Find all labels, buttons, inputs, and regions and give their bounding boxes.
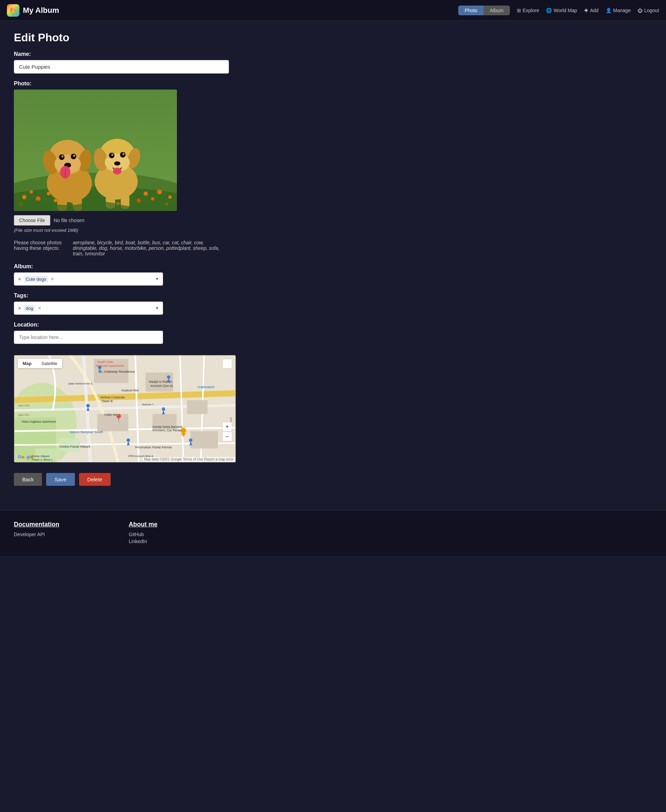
objects-list: aeroplane, bicycle, bird, boat, bottle, … — [73, 240, 229, 256]
nav-add[interactable]: ✚ Add — [584, 8, 599, 13]
nav-logout[interactable]: ⏻ Logout — [638, 8, 659, 13]
svg-text:Perumahan Pantai Permai: Perumahan Pantai Permai — [135, 446, 172, 449]
svg-point-41 — [122, 153, 125, 155]
name-input[interactable] — [14, 60, 229, 74]
puppies-image — [14, 89, 177, 211]
svg-point-81 — [98, 366, 102, 369]
svg-point-10 — [143, 191, 148, 196]
tags-group: Tags: ✕ dog ✕ ▼ — [14, 292, 229, 315]
svg-text:Federal Hwy: Federal Hwy — [121, 388, 139, 392]
svg-point-13 — [168, 195, 172, 199]
explore-icon: ⊞ — [517, 8, 521, 13]
manage-icon: 👤 — [606, 8, 612, 13]
objects-row: Please choose photos having these object… — [14, 240, 229, 256]
svg-text:Angkasapuri: Angkasapuri — [197, 385, 215, 389]
file-note: (File size must not exceed 1MB) — [14, 228, 229, 233]
delete-button[interactable]: Delete — [79, 473, 110, 486]
tab-group: Photo Album — [458, 5, 509, 15]
map-zoom-controls: + − — [223, 422, 232, 441]
select-clear-icon[interactable]: ✕ — [50, 276, 54, 282]
svg-text:Pantai Hillpark: Pantai Hillpark — [32, 455, 49, 458]
album-select-container: ✕ Cute dogs ✕ ▼ — [14, 272, 163, 286]
svg-point-83 — [167, 375, 170, 379]
svg-point-11 — [151, 197, 154, 201]
nav-links: ⊞ Explore 🌐 World Map ✚ Add 👤 Manage ⏻ L… — [517, 8, 659, 13]
objects-label: Please choose photos having these object… — [14, 240, 69, 256]
map-container: KL Gateway Residence Masjid Ar-Rahah, Ke… — [14, 355, 236, 462]
svg-point-43 — [113, 168, 121, 175]
svg-text:Kereta Sewa Bangsar -: Kereta Sewa Bangsar - — [152, 425, 184, 429]
nav-manage[interactable]: 👤 Manage — [606, 8, 631, 13]
tags-clear-icon[interactable]: ✕ — [38, 305, 41, 311]
svg-text:Jalan Kerinchi Kiri 2: Jalan Kerinchi Kiri 2 — [68, 382, 92, 385]
svg-point-40 — [111, 154, 114, 156]
location-label: Location: — [14, 322, 229, 328]
logout-icon: ⏻ — [638, 8, 643, 13]
map-tab-map[interactable]: Map — [18, 359, 36, 368]
map-inner: KL Gateway Residence Masjid Ar-Rahah, Ke… — [14, 355, 236, 462]
location-input[interactable] — [14, 331, 163, 344]
google-logo: Google — [18, 454, 33, 459]
back-button[interactable]: Back — [14, 473, 42, 486]
svg-rect-93 — [183, 433, 185, 437]
svg-text:Jalan 5/39: Jalan 5/39 — [18, 404, 29, 407]
svg-point-26 — [61, 155, 63, 158]
tags-select[interactable]: ✕ dog ✕ ▼ — [14, 302, 163, 315]
add-icon: ✚ — [584, 8, 588, 13]
main-content: Edit Photo Name: Photo: — [0, 21, 243, 510]
map-attribution: Map data ©2021 Google Terms of Use Repor… — [143, 457, 235, 462]
save-button[interactable]: Save — [46, 473, 74, 486]
tab-album[interactable]: Album — [483, 5, 510, 15]
map-tab-satellite[interactable]: Satellite — [36, 359, 62, 368]
svg-text:Nexus Bangsar South: Nexus Bangsar South — [70, 430, 103, 434]
nav-explore[interactable]: ⊞ Explore — [517, 8, 539, 13]
svg-text:Avenue 7: Avenue 7 — [142, 403, 154, 406]
svg-point-87 — [162, 408, 165, 411]
svg-point-8 — [54, 199, 57, 202]
select-arrow-icon[interactable]: ▼ — [155, 277, 159, 281]
album-label: Album: — [14, 263, 229, 270]
footer-doc-link1[interactable]: Developer API — [14, 531, 59, 537]
svg-text:Phase 2- Block 1: Phase 2- Block 1 — [32, 458, 53, 461]
svg-point-42 — [114, 161, 120, 165]
action-buttons: Back Save Delete — [14, 473, 229, 486]
album-select[interactable]: ✕ Cute dogs ✕ ▼ — [14, 272, 163, 286]
tab-photo[interactable]: Photo — [458, 5, 483, 15]
svg-rect-53 — [187, 400, 208, 414]
svg-rect-54 — [190, 431, 218, 449]
footer-about-link1[interactable]: GitHub — [129, 531, 157, 537]
album-tag-value: Cute dogs — [26, 277, 46, 282]
tags-arrow-icon[interactable]: ▼ — [155, 306, 159, 310]
photo-label: Photo: — [14, 81, 229, 87]
svg-text:Kerinchi (Zon 6): Kerinchi (Zon 6) — [151, 384, 173, 388]
zoom-in-button[interactable]: + — [223, 422, 232, 432]
file-input-row: Choose File No file chosen — [14, 215, 229, 226]
fullscreen-icon: ⛶ — [225, 361, 230, 366]
photo-group: Photo: — [14, 81, 229, 233]
svg-point-12 — [157, 190, 162, 194]
name-group: Name: — [14, 51, 229, 74]
tags-select-container: ✕ dog ✕ ▼ — [14, 302, 163, 315]
map-fullscreen-button[interactable]: ⛶ — [223, 359, 232, 368]
svg-point-14 — [137, 198, 141, 203]
nav-worldmap[interactable]: 🌐 World Map — [546, 8, 577, 13]
footer-about: About me GitHub LinkedIn — [129, 521, 157, 546]
tags-label: Tags: — [14, 292, 229, 299]
footer-about-link2[interactable]: LinkedIn — [129, 538, 157, 544]
tags-tag: dog — [23, 305, 35, 312]
location-group: Location: — [14, 322, 229, 348]
svg-text:Tower B: Tower B — [101, 399, 112, 403]
globe-icon: 🌐 — [546, 8, 552, 13]
choose-file-button[interactable]: Choose File — [14, 215, 50, 226]
tags-tag-x-icon[interactable]: ✕ — [18, 306, 21, 311]
album-tag-x-icon[interactable]: ✕ — [18, 277, 21, 282]
svg-point-92 — [181, 428, 186, 433]
svg-text:South View: South View — [97, 360, 114, 364]
svg-text:Vista Angkasa Apartment: Vista Angkasa Apartment — [21, 420, 56, 423]
svg-point-85 — [86, 404, 90, 408]
zoom-out-button[interactable]: − — [223, 432, 232, 441]
tags-tag-value: dog — [26, 306, 33, 311]
footer: Documentation Developer API About me Git… — [0, 510, 666, 556]
svg-text:KL Gateway Residence: KL Gateway Residence — [99, 370, 135, 373]
svg-point-27 — [73, 155, 75, 157]
